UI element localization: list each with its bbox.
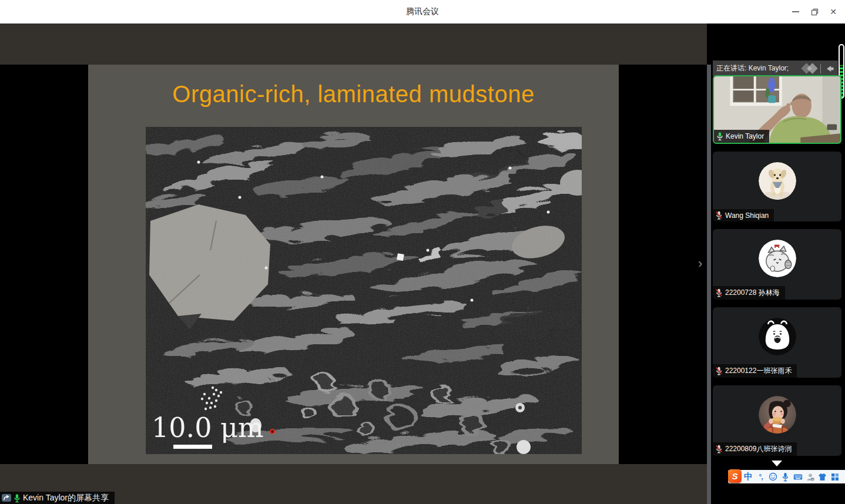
- ime-skin-icon[interactable]: [817, 471, 828, 483]
- puppy-avatar: [759, 162, 796, 200]
- close-button[interactable]: ✕: [824, 0, 843, 23]
- panel-scrollbar[interactable]: [707, 65, 711, 504]
- muted-mic-icon: [715, 288, 723, 297]
- participant-tile-22200728[interactable]: 22200728 孙林海: [713, 229, 841, 300]
- ime-emoji-icon[interactable]: [767, 471, 779, 483]
- window-title: 腾讯会议: [406, 6, 439, 17]
- collapse-panel-arrow[interactable]: [772, 461, 782, 466]
- participant-name: Kevin Taylor: [726, 132, 764, 140]
- close-icon: ✕: [830, 7, 837, 16]
- window-titlebar: 腾讯会议 ✕: [0, 0, 845, 23]
- window-controls: ✕: [786, 0, 843, 23]
- screen-share-banner: Kevin Taylor的屏幕共享: [0, 492, 115, 504]
- participant-name-bar: Kevin Taylor: [714, 130, 769, 143]
- minimize-icon: [792, 11, 799, 12]
- participant-name: Wang Shiqian: [725, 211, 769, 220]
- participant-tile-22200809[interactable]: 22200809八班张诗润: [713, 385, 841, 456]
- banner-divider: [820, 64, 821, 73]
- participants-panel: 正在讲话: Kevin Taylor;: [707, 23, 845, 504]
- cartoon-cat-avatar: [759, 240, 796, 277]
- ime-toolbox-icon[interactable]: [829, 471, 840, 483]
- sem-micrograph-image: [146, 127, 582, 454]
- svg-text:n: n: [812, 477, 813, 481]
- ime-toolbar: S 中 °, n: [728, 470, 845, 483]
- girl-photo-avatar: [759, 396, 796, 434]
- muted-mic-icon: [715, 367, 723, 375]
- active-mic-icon: [14, 493, 21, 503]
- participant-tile-22200122[interactable]: 22200122一班张雨禾: [713, 307, 841, 378]
- ime-account-icon[interactable]: n: [804, 471, 816, 483]
- presentation-slide: Organic-rich, laminated mudstone: [88, 65, 619, 464]
- minimize-button[interactable]: [786, 0, 805, 23]
- screen-share-banner-text: Kevin Taylor的屏幕共享: [23, 493, 109, 503]
- tencent-meeting-window: 腾讯会议 ✕ Organic-rich, laminated mudstone: [0, 0, 845, 504]
- participant-tile-kevin-taylor[interactable]: Kevin Taylor: [713, 75, 841, 144]
- participant-name: 22200122一班张雨禾: [725, 366, 792, 376]
- participant-tile-wang-shiqian[interactable]: Wang Shiqian: [713, 152, 841, 221]
- participant-name-bar: 22200809八班张诗润: [713, 442, 797, 456]
- restore-button[interactable]: [805, 0, 824, 23]
- restore-icon: [811, 8, 819, 16]
- participant-name: 22200728 孙林海: [725, 288, 780, 298]
- laser-pointer-dot: [270, 429, 275, 434]
- sem-micrograph: 10.0 μm: [146, 127, 582, 454]
- meeting-main-area: Organic-rich, laminated mudstone: [0, 23, 845, 504]
- participant-name-bar: 22200728 孙林海: [713, 286, 785, 300]
- screen-share-area: Organic-rich, laminated mudstone: [0, 23, 707, 504]
- avatar: [713, 162, 841, 200]
- collapse-banner-arrow-icon[interactable]: [825, 65, 834, 73]
- sogou-logo-icon[interactable]: S: [728, 469, 742, 483]
- ime-soft-keyboard-icon[interactable]: [792, 471, 803, 483]
- screen-share-icon: [2, 493, 11, 502]
- participant-name-bar: 22200122一班张雨禾: [713, 364, 797, 378]
- avatar: [713, 318, 841, 355]
- participant-name: 22200809八班张诗润: [725, 444, 792, 454]
- slide-title: Organic-rich, laminated mudstone: [88, 81, 619, 107]
- ime-chinese-mode-icon[interactable]: 中: [743, 471, 754, 483]
- speaking-now-banner: 正在讲话: Kevin Taylor;: [713, 61, 838, 76]
- cartoon-polar-bear-avatar: [759, 318, 796, 355]
- ime-punctuation-icon[interactable]: °,: [755, 471, 766, 483]
- avatar: [713, 396, 841, 434]
- ime-voice-input-icon[interactable]: [780, 471, 791, 483]
- expand-panel-chevron[interactable]: ›: [698, 257, 702, 270]
- scale-bar: [173, 445, 212, 449]
- active-mic-icon: [716, 132, 723, 141]
- muted-mic-icon: [715, 445, 723, 453]
- participant-name-bar: Wang Shiqian: [713, 209, 774, 221]
- speaking-now-text: 正在讲话: Kevin Taylor;: [716, 63, 800, 73]
- scale-bar-label: 10.0 μm: [152, 414, 264, 441]
- muted-mic-icon: [715, 211, 723, 220]
- shared-desktop-top-strip: [0, 23, 707, 65]
- avatar: [713, 240, 841, 277]
